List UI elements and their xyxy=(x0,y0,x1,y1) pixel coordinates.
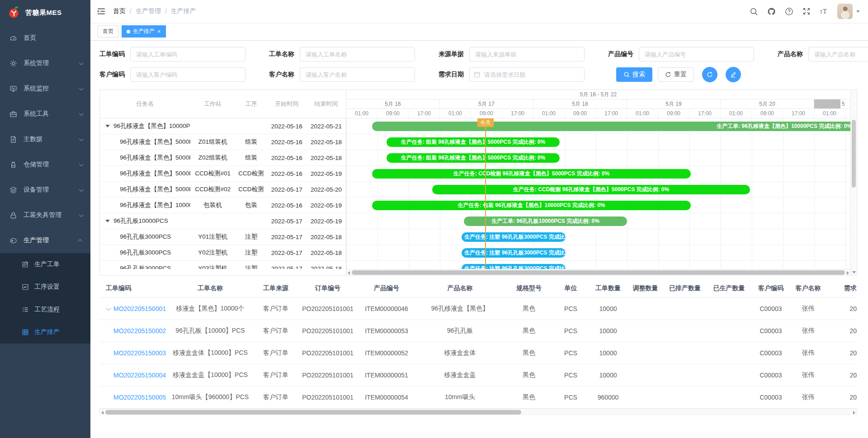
row-expand-icon[interactable] xyxy=(106,306,111,311)
gantt-bar-order[interactable]: 生产工单: 96孔移液盒【黑色】10000PCS 完成比例: 0% xyxy=(372,122,850,131)
table-header-0: 工单编码 xyxy=(99,279,167,297)
sidebar-fold-icon[interactable] xyxy=(97,7,106,16)
sidebar-item-gear[interactable]: 系统管理 xyxy=(0,51,90,76)
workorder-link[interactable]: MO202205150004 xyxy=(113,372,166,379)
layers-icon xyxy=(9,186,17,194)
gantt-task-row[interactable]: 96孔移液盒【黑色】5000PCS Z02组装机 组装 2022-05-16 2… xyxy=(100,150,346,166)
filter-input[interactable] xyxy=(639,47,754,61)
workorder-link[interactable]: MO202205150003 xyxy=(113,349,166,357)
gantt-bar-molding[interactable]: 生产任务: 注塑 96孔孔板3000PCS 完成比例: 0% xyxy=(462,248,566,258)
tab-close-icon[interactable]: × xyxy=(157,28,161,34)
table-cell: ITEM00000051 xyxy=(357,364,416,386)
scroll-left-icon[interactable] xyxy=(348,271,350,275)
table-hscroll-thumb[interactable] xyxy=(105,410,521,414)
breadcrumb-item-2[interactable]: 生产排产 xyxy=(171,7,196,15)
filter-input[interactable] xyxy=(469,47,585,61)
gantt-task-row[interactable]: 96孔移液盒【黑色】5000PCS CCD检测#01 CCD检测 2022-05… xyxy=(100,166,346,182)
gantt-bar-task[interactable]: 生产任务: 组装 96孔移液盒【黑色】5000PCS 完成比例: 0% xyxy=(387,153,560,163)
gantt-date-range: 5月 16 - 5月 22 xyxy=(346,90,850,99)
edit-circle-button[interactable] xyxy=(726,67,741,82)
table-horizontal-scrollbar[interactable] xyxy=(99,409,857,415)
gantt-bar-task[interactable]: 生产任务: 包装 96孔移液盒【黑色】10000PCS 完成比例: 0% xyxy=(372,201,691,210)
filter-field: 工单名称 xyxy=(269,47,415,61)
table-row[interactable]: MO202205150001 移液盒【黑色】10000个客户订单PO202205… xyxy=(99,297,857,320)
gantt-bar-molding[interactable]: 生产任务: 注塑 96孔孔板3000PCS 完成比例: 0% xyxy=(462,264,566,269)
sidebar-item-lock[interactable]: 工装夹具管理 xyxy=(0,203,90,228)
gantt-horizontal-scrollbar[interactable] xyxy=(346,269,850,275)
sidebar-subitem-grid[interactable]: 生产排产 xyxy=(0,321,90,344)
table-header-12: 客户编码 xyxy=(750,279,791,297)
table-cell: 客户订单 xyxy=(253,386,298,408)
user-menu[interactable] xyxy=(837,4,860,19)
tab-0[interactable]: 首页 xyxy=(98,25,118,38)
workorder-link[interactable]: MO202205150001 xyxy=(113,305,166,312)
breadcrumb-item-1[interactable]: 生产管理 xyxy=(136,7,161,15)
filter-label: 工单编码 xyxy=(99,50,125,58)
gantt-bar-task[interactable]: 生产任务: CCD检测 96孔移液盒【黑色】5000PCS 完成比例: 0% xyxy=(372,169,691,179)
gantt-vertical-scrollbar[interactable] xyxy=(850,90,857,275)
gantt-hscroll-thumb[interactable] xyxy=(352,270,845,275)
font-size-icon[interactable]: TT xyxy=(820,7,828,16)
gantt-task-row[interactable]: 96孔孔板10000PCS 2022-05-17 2022-05-19 xyxy=(100,213,346,229)
sidebar-subitem-chart[interactable]: 工序设置 xyxy=(0,276,90,298)
workorder-link[interactable]: MO202205150005 xyxy=(113,394,166,401)
sidebar-item-monitor[interactable]: 系统监控 xyxy=(0,76,90,101)
reset-button[interactable]: 重置 xyxy=(658,67,694,82)
gantt-bar-molding[interactable]: 生产任务: 注塑 96孔孔板3000PCS 完成比例: 0% xyxy=(462,232,566,242)
table-cell: 黑色 xyxy=(504,386,554,408)
breadcrumb-item-0[interactable]: 首页 xyxy=(113,7,126,15)
filter-input[interactable] xyxy=(300,47,415,61)
gantt-task-row[interactable]: 96孔孔板3000PCS Y02注塑机 注塑 2022-05-17 2022-0… xyxy=(100,245,346,261)
sidebar-item-document[interactable]: 主数据 xyxy=(0,127,90,152)
sidebar-item-toolbox[interactable]: 系统工具 xyxy=(0,101,90,127)
table-row[interactable]: MO202205150002 96孔孔板【10000】PCS客户订单PO2022… xyxy=(99,320,857,342)
github-icon[interactable] xyxy=(767,7,776,16)
filter-input[interactable] xyxy=(130,67,245,82)
gantt-task-row[interactable]: 96孔移液盒【黑色】5000PCS CCD检测#02 CCD检测 2022-05… xyxy=(100,182,346,198)
collapse-triangle-icon[interactable] xyxy=(105,125,110,127)
search-button[interactable]: 搜索 xyxy=(616,67,652,82)
sidebar-subitem-edit[interactable]: 生产工单 xyxy=(0,253,90,276)
date-input[interactable] xyxy=(469,67,585,82)
table-row[interactable]: MO202205150004 移液盒盒盖【10000】PCS客户订单PO2022… xyxy=(99,364,857,386)
gantt-time-label: 09:00 xyxy=(471,109,502,118)
table-cell: C00003 xyxy=(750,342,791,364)
filter-input[interactable] xyxy=(130,47,245,61)
scroll-down-icon[interactable] xyxy=(852,271,856,273)
table-cell: C00003 xyxy=(750,297,791,320)
table-cell: ITEM00000052 xyxy=(357,342,416,364)
svg-text:T: T xyxy=(820,10,822,14)
sidebar-item-warehouse[interactable]: 仓储管理 xyxy=(0,152,90,177)
refresh-circle-button[interactable] xyxy=(702,67,717,82)
filter-input[interactable] xyxy=(300,67,415,82)
gantt-task-row[interactable]: 96孔孔板3000PCS Y01注塑机 注塑 2022-05-17 2022-0… xyxy=(100,229,346,245)
table-cell: 10000 xyxy=(588,297,628,320)
gantt-task-row[interactable]: 96孔孔板3000PCS Y03注塑机 注塑 2022-05-17 2022-0… xyxy=(100,261,346,269)
table-row[interactable]: MO202205150005 10mm吸头【960000】PCS客户订单PO20… xyxy=(99,386,857,408)
question-icon[interactable] xyxy=(785,7,793,16)
gantt-bar-task[interactable]: 生产任务: 组装 96孔移液盒【黑色】5000PCS 完成比例: 0% xyxy=(387,137,560,147)
tab-1[interactable]: 生产排产 × xyxy=(122,25,166,38)
sidebar-subitem-list[interactable]: 工艺流程 xyxy=(0,298,90,321)
search-icon[interactable] xyxy=(750,7,758,16)
scroll-right-icon[interactable] xyxy=(847,271,849,275)
sidebar-item-layers[interactable]: 设备管理 xyxy=(0,177,90,203)
gantt-task-row[interactable]: 96孔移液盒【黑色】10000PCS 包装机 包装 2022-05-16 202… xyxy=(100,198,346,213)
avatar[interactable] xyxy=(837,4,853,19)
sidebar-item-production[interactable]: 生产管理 xyxy=(0,228,90,253)
table-row[interactable]: MO202205150003 移液盒盒体【10000】PCS客户订单PO2022… xyxy=(99,342,857,364)
gantt-bar-task[interactable]: 生产任务: CCD检测 96孔移液盒【黑色】5000PCS 完成比例: 0% xyxy=(432,185,750,194)
fullscreen-icon[interactable] xyxy=(802,7,811,15)
filter-input[interactable] xyxy=(808,47,868,61)
scroll-left-icon[interactable] xyxy=(101,411,104,414)
collapse-triangle-icon[interactable] xyxy=(105,220,110,222)
gantt-bar-order[interactable]: 生产工单: 96孔孔板10000PCS 完成比例: 0% xyxy=(464,217,627,226)
table-cell: PCS xyxy=(554,297,588,320)
workorder-link[interactable]: MO202205150002 xyxy=(113,327,166,334)
scroll-right-icon[interactable] xyxy=(853,411,855,414)
gantt-task-row[interactable]: 96孔移液盒【黑色】5000PCS Z01组装机 组装 2022-05-16 2… xyxy=(100,134,346,150)
sidebar-item-dashboard[interactable]: 首页 xyxy=(0,25,90,51)
gantt-task-row[interactable]: 96孔移液盒【黑色】10000PCS 2022-05-16 2022-05-21 xyxy=(100,118,346,134)
table-cell: 10mm吸头 xyxy=(416,386,504,408)
gantt-vscroll-thumb[interactable] xyxy=(852,120,856,188)
